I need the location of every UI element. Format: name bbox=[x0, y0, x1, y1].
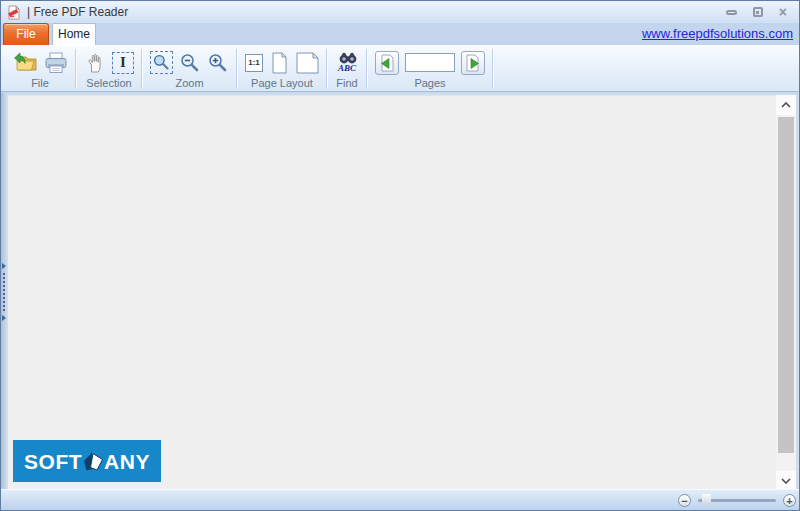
group-find: ABC Find bbox=[328, 46, 366, 91]
titlebar: | Free PDF Reader × bbox=[1, 1, 799, 23]
zoom-slider-thumb[interactable] bbox=[702, 494, 711, 507]
zoom-out-icon[interactable] bbox=[179, 52, 201, 74]
group-label-find: Find bbox=[336, 77, 357, 90]
sidebar-splitter[interactable] bbox=[1, 93, 8, 491]
pdf-app-icon bbox=[6, 5, 21, 20]
zoom-in-button[interactable]: + bbox=[783, 494, 796, 507]
scroll-down-icon[interactable] bbox=[776, 471, 796, 491]
scroll-up-icon[interactable] bbox=[776, 95, 796, 115]
open-file-icon[interactable] bbox=[12, 52, 38, 74]
next-page-icon[interactable] bbox=[461, 51, 485, 75]
group-label-selection: Selection bbox=[86, 77, 131, 90]
minimize-icon[interactable] bbox=[726, 10, 737, 15]
zoom-out-button[interactable]: − bbox=[678, 494, 691, 507]
splitter-handle-icon[interactable] bbox=[2, 263, 6, 321]
marquee-zoom-icon[interactable] bbox=[150, 51, 173, 74]
document-viewport[interactable]: SOFT ANY bbox=[8, 95, 776, 491]
group-pages: Pages bbox=[368, 46, 492, 91]
tab-strip: File Home www.freepdfsolutions.com bbox=[1, 23, 799, 45]
zoom-slider[interactable] bbox=[698, 499, 776, 502]
app-window: | Free PDF Reader × File Home www.freepd… bbox=[0, 0, 800, 511]
group-label-page-layout: Page Layout bbox=[251, 77, 313, 90]
prev-page-icon[interactable] bbox=[375, 51, 399, 75]
group-label-file: File bbox=[31, 77, 49, 90]
page-number-input[interactable] bbox=[405, 53, 455, 72]
status-bar: − + bbox=[1, 489, 799, 510]
print-icon[interactable] bbox=[44, 52, 68, 74]
vertical-scrollbar[interactable] bbox=[776, 95, 796, 491]
tab-home[interactable]: Home bbox=[52, 23, 96, 45]
website-link[interactable]: www.freepdfsolutions.com bbox=[642, 26, 793, 41]
softmany-logo: SOFT ANY bbox=[13, 440, 161, 482]
window-controls: × bbox=[726, 1, 787, 23]
logo-text-prefix: S bbox=[24, 451, 39, 472]
maximize-icon[interactable] bbox=[753, 7, 763, 17]
zoom-in-icon[interactable] bbox=[207, 52, 229, 74]
hand-pan-icon[interactable] bbox=[84, 52, 106, 74]
logo-text-mid: OFT bbox=[39, 451, 83, 472]
group-label-pages: Pages bbox=[414, 77, 445, 90]
find-abc-text: ABC bbox=[338, 63, 356, 73]
group-file: File bbox=[5, 46, 75, 91]
tab-file[interactable]: File bbox=[3, 23, 49, 45]
text-select-icon[interactable]: I bbox=[112, 52, 134, 74]
zoom-controls: − + bbox=[678, 490, 796, 511]
group-zoom: Zoom bbox=[143, 46, 236, 91]
close-icon[interactable]: × bbox=[779, 7, 787, 17]
actual-size-icon[interactable]: 1:1 bbox=[245, 54, 263, 72]
window-title: | Free PDF Reader bbox=[27, 5, 128, 19]
group-label-zoom: Zoom bbox=[175, 77, 203, 90]
fit-width-icon[interactable] bbox=[295, 52, 319, 74]
logo-book-icon bbox=[81, 451, 105, 472]
fit-page-icon[interactable] bbox=[269, 52, 289, 74]
group-page-layout: 1:1 Page Layout bbox=[238, 46, 326, 91]
ribbon-toolbar: File I Selection bbox=[1, 45, 799, 92]
main-area: SOFT ANY bbox=[1, 93, 799, 491]
group-selection: I Selection bbox=[77, 46, 141, 91]
logo-text-suffix: ANY bbox=[104, 451, 150, 472]
group-separator bbox=[492, 49, 494, 88]
scrollbar-thumb[interactable] bbox=[778, 117, 794, 453]
find-icon[interactable]: ABC bbox=[335, 52, 359, 73]
